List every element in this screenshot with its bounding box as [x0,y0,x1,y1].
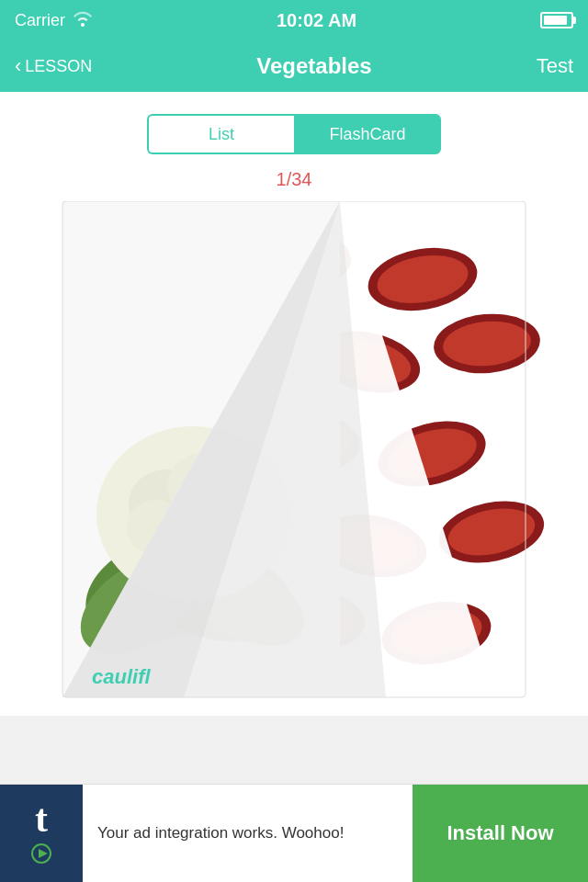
status-time: 10:02 AM [277,10,356,31]
ad-message: Your ad integration works. Woohoo! [83,824,413,842]
status-bar: Carrier 10:02 AM [0,0,588,40]
card-counter: 1/34 [0,169,588,190]
ad-play-icon [31,843,51,867]
test-button[interactable]: Test [537,54,573,78]
svg-marker-54 [39,849,48,858]
battery-icon [540,12,573,28]
wifi-icon [73,10,93,31]
flashcard-svg: caulifl [0,201,588,716]
nav-bar: ‹ LESSON Vegetables Test [0,40,588,92]
back-button[interactable]: ‹ LESSON [15,54,92,78]
status-left: Carrier [15,10,93,31]
ad-logo: t [0,785,83,883]
tab-switcher: List FlashCard [0,92,588,169]
tab-flashcard[interactable]: FlashCard [294,114,441,154]
carrier-label: Carrier [15,11,65,30]
back-arrow-icon: ‹ [15,54,21,78]
tab-list[interactable]: List [147,114,294,154]
page-title: Vegetables [256,53,371,79]
back-label: LESSON [25,57,92,76]
main-content: List FlashCard 1/34 [0,92,588,716]
svg-text:caulifl: caulifl [92,665,151,688]
install-now-button[interactable]: Install Now [413,785,588,883]
ad-banner: t Your ad integration works. Woohoo! Ins… [0,784,588,882]
ad-logo-letter: t [35,799,48,838]
flashcard-area[interactable]: caulifl [0,201,588,716]
